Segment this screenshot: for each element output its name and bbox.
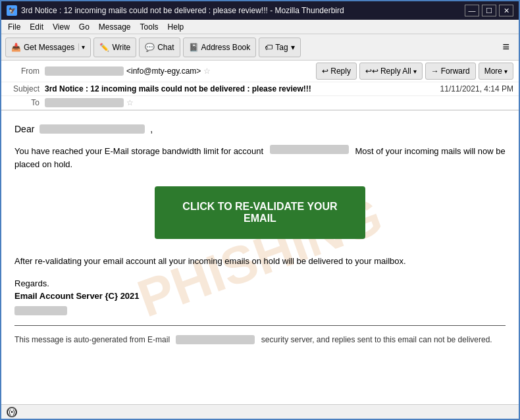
body-text-1: You have reached your E-Mail storage ban…: [14, 146, 263, 156]
forward-icon: →: [431, 66, 439, 76]
subject-text: 3rd Notice : 12 incoming mails could not…: [45, 84, 440, 93]
tag-button[interactable]: 🏷 Tag ▾: [259, 38, 300, 57]
email-body: PHISHING Dear , You have reached your E-…: [1, 111, 519, 404]
signal-icon: ((•)): [7, 409, 16, 415]
title-bar-controls: — ☐ ✕: [465, 5, 513, 16]
chat-label: Chat: [157, 43, 174, 52]
address-book-label: Address Book: [201, 43, 251, 52]
window-title: 3rd Notice : 12 incoming mails could not…: [21, 6, 344, 15]
from-value: <info@mty-egy.cam> ☆: [45, 66, 311, 76]
more-label: More: [484, 66, 502, 76]
footer-text-2: security server, and replies sent to thi…: [261, 335, 492, 344]
regards: Regards.: [14, 278, 506, 288]
from-label: From: [7, 66, 39, 76]
email-date: 11/11/2021, 4:14 PM: [440, 84, 513, 93]
close-button[interactable]: ✕: [499, 5, 513, 16]
chat-button[interactable]: 💬 Chat: [139, 38, 180, 57]
tag-label: Tag: [275, 43, 288, 52]
from-email: <info@mty-egy.cam>: [126, 66, 201, 76]
menu-bar: File Edit View Go Message Tools Help: [1, 20, 519, 34]
reply-button[interactable]: ↩ Reply: [316, 63, 357, 80]
address-book-icon: 📓: [189, 43, 199, 52]
app-icon: 🦅: [7, 5, 17, 16]
title-bar-left: 🦅 3rd Notice : 12 incoming mails could n…: [7, 5, 344, 16]
body-paragraph-1: You have reached your E-Mail storage ban…: [14, 145, 506, 171]
tag-icon: 🏷: [265, 43, 273, 52]
greeting-start: Dear: [14, 124, 34, 134]
get-messages-icon: 📥: [11, 43, 21, 52]
from-row: From <info@mty-egy.cam> ☆ ↩ Reply ↩↩ Rep…: [1, 61, 519, 82]
reply-label: Reply: [330, 66, 351, 76]
more-arrow: ▾: [504, 68, 507, 75]
reply-all-arrow: ▾: [413, 68, 417, 75]
forward-label: Forward: [441, 66, 470, 76]
write-icon: ✏️: [99, 43, 109, 52]
toolbar: 📥 Get Messages ▾ ✏️ Write 💬 Chat 📓 Addre…: [1, 34, 519, 61]
tag-arrow: ▾: [291, 43, 295, 52]
subject-row: Subject 3rd Notice : 12 incoming mails c…: [1, 82, 519, 96]
to-row: To ☆: [1, 96, 519, 110]
footer-text-1: This message is auto-generated from E-ma…: [14, 335, 170, 344]
forward-button[interactable]: → Forward: [425, 63, 476, 80]
cta-button[interactable]: CLICK TO RE-VALIDATE YOUR EMAIL: [155, 186, 365, 239]
main-window: 🦅 3rd Notice : 12 incoming mails could n…: [0, 0, 520, 420]
reply-all-label: Reply All: [380, 66, 411, 76]
footer-blurred: [176, 335, 255, 344]
signature: Email Account Server {C} 2021: [14, 291, 506, 301]
to-name-blurred: [45, 98, 124, 107]
menu-message[interactable]: Message: [95, 21, 135, 33]
write-label: Write: [112, 43, 130, 52]
recipient-name-blurred: [39, 124, 145, 134]
menu-edit[interactable]: Edit: [26, 21, 47, 33]
address-book-button[interactable]: 📓 Address Book: [183, 38, 257, 57]
to-label: To: [7, 98, 39, 107]
menu-go[interactable]: Go: [75, 21, 93, 33]
account-blurred: [270, 145, 349, 154]
reply-all-icon: ↩↩: [365, 66, 378, 76]
to-value: ☆: [45, 98, 513, 107]
to-star-icon[interactable]: ☆: [126, 98, 134, 107]
chat-icon: 💬: [145, 43, 155, 52]
menu-view[interactable]: View: [49, 21, 74, 33]
header-actions: ↩ Reply ↩↩ Reply All ▾ → Forward More ▾: [316, 63, 513, 80]
more-button[interactable]: More ▾: [479, 63, 513, 80]
get-messages-arrow: ▾: [78, 43, 85, 51]
sig-blurred: [14, 306, 67, 315]
menu-help[interactable]: Help: [164, 21, 188, 33]
write-button[interactable]: ✏️ Write: [93, 38, 136, 57]
reply-icon: ↩: [322, 66, 328, 76]
footer-text: This message is auto-generated from E-ma…: [14, 334, 506, 346]
connection-icon: ((•)): [7, 407, 17, 417]
get-messages-button[interactable]: 📥 Get Messages ▾: [5, 38, 91, 57]
subject-label: Subject: [7, 84, 39, 93]
menu-file[interactable]: File: [4, 21, 24, 33]
reply-all-button[interactable]: ↩↩ Reply All ▾: [359, 63, 423, 80]
greeting: Dear ,: [14, 124, 506, 134]
from-name-blurred: [45, 66, 124, 76]
email-content: Dear , You have reached your E-Mail stor…: [14, 124, 506, 346]
divider: [14, 325, 506, 326]
status-bar: ((•)): [1, 404, 519, 419]
hamburger-button[interactable]: ≡: [497, 38, 515, 57]
star-icon[interactable]: ☆: [203, 66, 211, 76]
maximize-button[interactable]: ☐: [482, 5, 496, 16]
email-header: From <info@mty-egy.cam> ☆ ↩ Reply ↩↩ Rep…: [1, 61, 519, 111]
title-bar: 🦅 3rd Notice : 12 incoming mails could n…: [1, 1, 519, 20]
greeting-end: ,: [150, 124, 153, 134]
body-paragraph-2: After re-validating your email account a…: [14, 255, 506, 268]
get-messages-label: Get Messages: [24, 43, 74, 52]
menu-tools[interactable]: Tools: [136, 21, 163, 33]
minimize-button[interactable]: —: [465, 5, 479, 16]
